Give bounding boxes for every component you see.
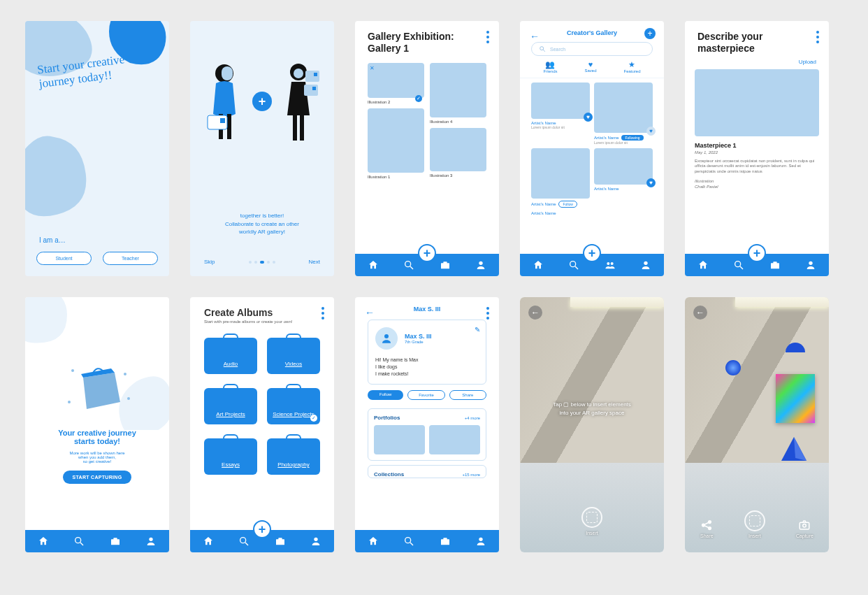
follow-button[interactable]: Follow	[368, 390, 403, 400]
back-icon[interactable]: ←	[530, 31, 540, 42]
skip-button[interactable]: Skip	[204, 259, 215, 265]
masterpiece-image[interactable]	[695, 69, 819, 136]
back-icon[interactable]: ←	[528, 306, 542, 320]
svg-point-6	[294, 69, 303, 78]
briefcase-icon[interactable]	[275, 536, 286, 547]
ar-insert-button[interactable]: Insert	[744, 510, 765, 538]
user-icon[interactable]	[640, 259, 651, 271]
home-icon[interactable]	[38, 536, 49, 547]
tab-saved[interactable]: ♥Saved	[584, 60, 596, 73]
search-icon[interactable]	[403, 259, 414, 271]
svg-rect-12	[312, 87, 316, 90]
album-videos[interactable]: Videos	[267, 338, 320, 374]
briefcase-icon[interactable]	[440, 259, 451, 271]
album-essays[interactable]: Essays	[204, 438, 257, 475]
album-art-projects[interactable]: Art Projects	[204, 388, 257, 424]
home-icon[interactable]	[368, 259, 379, 271]
user-icon[interactable]	[805, 259, 816, 271]
more-menu-icon[interactable]	[486, 31, 489, 43]
search-input[interactable]: Search	[531, 42, 653, 56]
artwork-thumb[interactable]	[531, 148, 590, 199]
svg-point-33	[127, 397, 130, 400]
home-icon[interactable]	[533, 259, 544, 271]
user-icon[interactable]	[475, 259, 486, 271]
thumb-illustration-2[interactable]	[368, 63, 424, 98]
artwork-thumb[interactable]: ♥	[594, 148, 653, 185]
heart-icon[interactable]: ♥	[646, 127, 656, 136]
user-icon[interactable]	[475, 536, 486, 547]
album-science-projects[interactable]: Science Projects	[267, 388, 320, 424]
screen-ar-empty: ← Tap ▢ below to insert elements into yo…	[520, 297, 664, 552]
next-button[interactable]: Next	[309, 259, 320, 265]
close-icon[interactable]: ✕	[370, 65, 375, 71]
edit-icon[interactable]: ✎	[475, 326, 480, 334]
thumb-illustration-1[interactable]	[368, 108, 424, 173]
svg-rect-27	[771, 263, 779, 268]
back-icon[interactable]: ←	[365, 307, 375, 318]
heart-icon[interactable]: ♥	[646, 178, 656, 187]
search-icon[interactable]	[733, 259, 744, 271]
user-icon[interactable]	[310, 536, 321, 547]
follow-badge[interactable]: Follow	[558, 201, 577, 208]
tagline-l2: Collaborate to create an other	[190, 220, 334, 228]
ar-artwork[interactable]	[776, 374, 815, 423]
heart-icon[interactable]: ♥	[584, 113, 593, 122]
home-icon[interactable]	[368, 536, 379, 547]
home-icon[interactable]	[697, 259, 709, 271]
portfolio-thumb[interactable]	[374, 425, 425, 454]
thumb-illustration-3[interactable]	[430, 128, 486, 171]
ar-capture-button[interactable]: Capture	[796, 519, 813, 538]
tab-featured[interactable]: ★Featured	[623, 60, 640, 73]
briefcase-icon[interactable]	[769, 259, 781, 271]
user-icon[interactable]	[145, 536, 157, 547]
role-teacher-button[interactable]: Teacher	[103, 252, 158, 265]
more-menu-icon[interactable]	[486, 307, 489, 320]
search-icon[interactable]	[403, 536, 414, 547]
favorite-button[interactable]: Favorite	[407, 390, 444, 400]
ar-insert-button[interactable]: Insert	[581, 507, 602, 536]
briefcase-icon[interactable]	[110, 536, 121, 547]
fab-add[interactable]: +	[748, 244, 766, 262]
add-icon[interactable]: +	[644, 28, 656, 39]
portfolios-more[interactable]: +4 more	[465, 416, 480, 420]
ar-shape-sphere[interactable]	[725, 360, 741, 375]
briefcase-icon[interactable]	[440, 536, 451, 547]
following-badge[interactable]: Following	[621, 135, 643, 141]
portfolio-thumb[interactable]	[429, 425, 480, 454]
role-student-button[interactable]: Student	[36, 252, 92, 265]
artwork-thumb[interactable]: ♥	[531, 83, 590, 119]
share-button[interactable]: Share	[449, 390, 486, 400]
more-menu-icon[interactable]	[816, 31, 819, 43]
svg-rect-28	[773, 261, 776, 264]
masterpiece-date: May 1, 2022	[695, 150, 819, 155]
back-icon[interactable]: ←	[693, 306, 707, 320]
fab-add[interactable]: +	[418, 244, 436, 262]
search-icon[interactable]	[568, 259, 579, 271]
ar-share-button[interactable]: Share	[700, 519, 714, 538]
more-menu-icon[interactable]	[321, 307, 324, 320]
tab-friends[interactable]: 👥Friends	[543, 60, 557, 73]
svg-point-18	[540, 47, 544, 50]
ar-shape-pyramid[interactable]	[780, 436, 808, 464]
svg-point-31	[124, 373, 126, 375]
home-icon[interactable]	[203, 536, 214, 547]
upload-button[interactable]: Upload	[685, 59, 829, 65]
group-icon[interactable]	[605, 259, 616, 271]
plus-icon: +	[252, 92, 272, 111]
fab-add[interactable]: +	[253, 520, 271, 538]
svg-point-24	[644, 261, 648, 265]
ar-shape-semicircle[interactable]	[786, 343, 805, 362]
thumb-illustration-4[interactable]	[430, 63, 486, 117]
album-photography[interactable]: Photography	[267, 438, 320, 475]
artwork-thumb[interactable]: ♥	[594, 83, 653, 133]
svg-point-49	[479, 538, 483, 541]
tagline-l1: together is better!	[190, 212, 334, 220]
collections-more[interactable]: +15 more	[462, 473, 480, 477]
album-audio[interactable]: Audio	[204, 338, 257, 374]
svg-line-21	[575, 266, 578, 269]
fab-add[interactable]: +	[583, 244, 601, 262]
start-capturing-button[interactable]: START CAPTURING	[63, 471, 132, 484]
svg-line-19	[543, 50, 545, 52]
search-icon[interactable]	[73, 536, 85, 547]
search-icon[interactable]	[238, 536, 249, 547]
